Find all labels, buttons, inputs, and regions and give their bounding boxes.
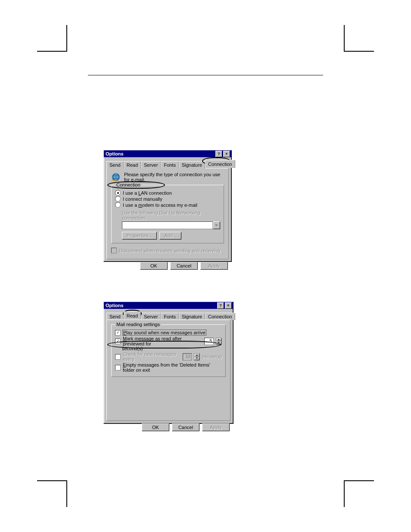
check-minutes-stepper: ▲▼ <box>194 353 200 361</box>
radio-modem-row[interactable]: I use a modem to access my e-mail <box>115 202 220 208</box>
crop-mark <box>66 25 67 52</box>
dialup-combo-input <box>122 221 213 229</box>
radio-modem-label: I use a modem to access my e-mail <box>123 202 197 208</box>
options-dialog-read: Options ? × Send Read Server Fonts Signa… <box>103 302 234 424</box>
check-minutes-field: 10 <box>183 353 192 361</box>
mark-read-row[interactable]: Mark message as read after previewed for… <box>115 336 222 346</box>
tab-page-read: Mail reading settings Play sound when ne… <box>106 320 230 421</box>
crop-mark <box>66 480 67 507</box>
radio-lan[interactable] <box>115 190 121 196</box>
close-icon[interactable]: × <box>223 151 230 157</box>
tab-connection[interactable]: Connection <box>205 160 235 168</box>
mark-read-label: Mark message as read after previewed for <box>123 336 202 346</box>
tab-server[interactable]: Server <box>141 313 161 320</box>
tab-page-connection: Please specify the type of connection yo… <box>106 168 229 259</box>
apply-button: Apply <box>200 262 228 270</box>
title-bar: Options ? × <box>104 302 233 309</box>
header-rule <box>88 75 323 75</box>
group-legend: Mail reading settings <box>115 322 161 327</box>
checkbox-check-new[interactable] <box>115 354 121 360</box>
crop-mark <box>37 480 67 481</box>
radio-manual-row[interactable]: I connect manually <box>115 196 220 202</box>
checkbox-disconnect <box>111 248 117 253</box>
disconnect-row[interactable]: Disconnect when finished sending and rec… <box>111 248 224 253</box>
disconnect-label: Disconnect when finished sending and rec… <box>119 248 220 253</box>
radio-manual-label: I connect manually <box>123 196 162 202</box>
tab-server[interactable]: Server <box>141 161 161 168</box>
tab-strip: Send Read Server Fonts Signature Connect… <box>106 160 229 168</box>
checkbox-empty-deleted[interactable] <box>115 365 121 370</box>
tab-fonts[interactable]: Fonts <box>161 161 179 168</box>
tab-read[interactable]: Read <box>124 311 141 320</box>
check-new-unit: minute(s) <box>202 354 222 359</box>
play-sound-label: Play sound when new messages arrive <box>122 330 206 336</box>
radio-lan-row[interactable]: I use a LAN connection <box>115 190 220 196</box>
checkbox-mark-read[interactable] <box>115 339 121 344</box>
crop-mark <box>344 480 345 507</box>
crop-mark <box>344 480 374 481</box>
tab-read[interactable]: Read <box>124 161 141 168</box>
help-icon[interactable]: ? <box>217 302 224 309</box>
tab-connection[interactable]: Connection <box>205 313 235 320</box>
check-new-label: Check for new messages every <box>123 352 181 362</box>
options-dialog-connection: Options ? × Send Read Server Fonts Signa… <box>103 150 232 262</box>
connection-group: Connection I use a LAN connection I conn… <box>111 185 224 243</box>
properties-button: Properties... <box>122 232 157 240</box>
mark-read-unit: second(s) <box>122 346 143 351</box>
tab-signature[interactable]: Signature <box>179 161 205 168</box>
crop-mark <box>37 51 67 52</box>
radio-lan-label: I use a LAN connection <box>123 190 172 196</box>
dialog-buttons: OK Cancel Apply <box>104 421 233 434</box>
help-icon[interactable]: ? <box>215 151 222 157</box>
empty-deleted-label: Empty messages from the 'Deleted Items' … <box>123 362 222 373</box>
window-title: Options <box>106 303 124 308</box>
tab-send[interactable]: Send <box>106 313 124 320</box>
group-legend: Connection <box>115 182 142 187</box>
dialup-combo <box>122 221 220 229</box>
close-icon[interactable]: × <box>225 302 232 309</box>
tab-signature[interactable]: Signature <box>179 313 205 320</box>
window-title: Options <box>106 151 124 156</box>
tab-fonts[interactable]: Fonts <box>161 313 179 320</box>
radio-manual[interactable] <box>115 196 121 202</box>
apply-button: Apply <box>202 423 230 431</box>
tab-send[interactable]: Send <box>106 161 124 168</box>
globe-icon <box>111 172 121 182</box>
dropdown-icon <box>213 221 220 229</box>
play-sound-row[interactable]: Play sound when new messages arrive <box>115 330 222 336</box>
cancel-button[interactable]: Cancel <box>170 262 198 270</box>
mark-seconds-field[interactable]: 5 <box>204 338 214 345</box>
dialup-label: Use the following Dial-Up Networking con… <box>122 210 220 221</box>
tab-strip: Send Read Server Fonts Signature Connect… <box>106 311 230 320</box>
header-text: Please specify the type of connection yo… <box>124 172 224 182</box>
crop-mark <box>344 51 374 52</box>
mail-reading-group: Mail reading settings Play sound when ne… <box>111 324 226 377</box>
dialog-buttons: OK Cancel Apply <box>104 259 231 272</box>
crop-mark <box>344 25 345 52</box>
title-bar: Options ? × <box>104 150 231 157</box>
cancel-button[interactable]: Cancel <box>172 423 199 431</box>
mark-seconds-stepper[interactable]: ▲▼ <box>216 338 222 345</box>
add-button: Add... <box>159 232 181 240</box>
empty-deleted-row[interactable]: Empty messages from the 'Deleted Items' … <box>115 362 222 373</box>
checkbox-play-sound[interactable] <box>115 330 121 336</box>
ok-button[interactable]: OK <box>140 262 168 270</box>
radio-modem[interactable] <box>115 202 121 208</box>
ok-button[interactable]: OK <box>142 423 169 431</box>
document-page: Options ? × Send Read Server Fonts Signa… <box>0 0 411 532</box>
check-new-row[interactable]: Check for new messages every 10 ▲▼ minut… <box>115 352 222 362</box>
